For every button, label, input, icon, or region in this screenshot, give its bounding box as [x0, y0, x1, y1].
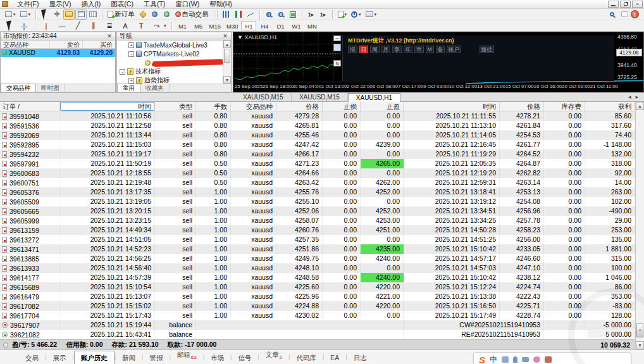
- timeframe-button-h4[interactable]: H4: [257, 21, 272, 30]
- column-header[interactable]: 止损: [323, 102, 361, 111]
- text-tool-button[interactable]: A: [118, 21, 133, 31]
- tile-windows-button[interactable]: [287, 9, 299, 20]
- history-row[interactable]: 396210822025.10.21 15:43:41balanceRE#202…: [0, 330, 635, 339]
- history-row[interactable]: 396059992025.10.21 13:23:15sell1.00xauus…: [0, 216, 635, 225]
- column-header[interactable]: 价格: [276, 102, 323, 111]
- overlay-button-币[interactable]: 币: [414, 46, 424, 53]
- timeframe-button-m15[interactable]: M15: [207, 21, 223, 30]
- market-watch-tab[interactable]: 即时图: [36, 84, 65, 92]
- new-chart-button[interactable]: ▾: [3, 9, 18, 20]
- overlay-button-综[interactable]: 综: [348, 46, 357, 53]
- overlay-button-月[interactable]: 月: [381, 46, 391, 53]
- candlestick-button[interactable]: [233, 9, 244, 20]
- chart-tab[interactable]: XAUUSD,H1: [348, 93, 400, 103]
- close-icon[interactable]: ✕: [222, 33, 228, 39]
- terminal-tab-邮箱[interactable]: 邮箱63: [171, 348, 203, 364]
- pointer-tool-button[interactable]: [4, 21, 16, 31]
- history-row[interactable]: 395928952025.10.21 11:15:03sell0.80xauus…: [0, 140, 635, 149]
- navigator-tab[interactable]: 常用: [117, 84, 140, 92]
- periods-dropdown[interactable]: ▾: [349, 9, 363, 20]
- market-watch-tab[interactable]: 交易品种: [1, 84, 36, 92]
- trendline-button[interactable]: ╱: [70, 21, 85, 31]
- notification-badge[interactable]: 1: [631, 10, 639, 18]
- expand-icon[interactable]: +: [128, 42, 134, 48]
- history-row[interactable]: 396007512025.10.21 12:19:48sell0.50xauus…: [0, 178, 635, 187]
- scroll-down-icon[interactable]: ▼: [636, 341, 644, 349]
- navigator-tab[interactable]: 收藏夹: [140, 84, 170, 92]
- timeframe-button-w1[interactable]: W1: [288, 21, 304, 30]
- history-row[interactable]: 395915362025.10.21 11:12:58sell0.80xauus…: [0, 121, 635, 130]
- terminal-tab-日志[interactable]: 日志: [347, 351, 373, 364]
- column-header[interactable]: 时间: [60, 102, 155, 111]
- history-row[interactable]: 396055092025.10.21 13:19:05sell1.00xauus…: [0, 197, 635, 206]
- history-row[interactable]: 395910482025.10.21 11:10:56sell0.80xauus…: [0, 111, 635, 121]
- menu-item[interactable]: 图表(C): [106, 0, 139, 8]
- history-row[interactable]: 396006832025.10.21 12:18:55sell0.50xauus…: [0, 168, 635, 178]
- overlay-button-M[interactable]: M: [426, 46, 434, 53]
- column-header[interactable]: 订单 /: [0, 102, 60, 111]
- panel-settings-icon[interactable]: [333, 44, 341, 51]
- timeframe-button-mn[interactable]: MN: [304, 21, 319, 30]
- label-tool-button[interactable]: T: [133, 21, 149, 31]
- column-header[interactable]: 库存费: [544, 102, 585, 111]
- history-row[interactable]: 396177042025.10.21 15:17:43sell1.00xauus…: [0, 311, 635, 320]
- scroll-down-icon[interactable]: ▼: [223, 76, 231, 84]
- add-indicator-dropdown[interactable]: ▾: [336, 9, 349, 20]
- scroll-up-icon[interactable]: ▲: [636, 102, 644, 110]
- terminal-tab-交易[interactable]: 交易: [19, 351, 45, 364]
- scroll-up-icon[interactable]: ▲: [223, 41, 231, 48]
- overlay-button-账户[interactable]: 账户: [447, 46, 461, 53]
- minimize-button[interactable]: [608, 1, 619, 8]
- market-watch-row[interactable]: XAUUSD4129.034129.20: [1, 49, 115, 57]
- column-header[interactable]: 价格: [500, 102, 544, 111]
- navigator-item[interactable]: -f技术指标: [117, 67, 223, 76]
- expand-icon[interactable]: +: [128, 78, 134, 84]
- history-row[interactable]: 396132722025.10.21 14:51:05sell1.00xauus…: [0, 235, 635, 244]
- history-row[interactable]: 395920692025.10.21 11:13:44sell0.80xauus…: [0, 130, 635, 140]
- indicator-list-button[interactable]: [137, 9, 149, 20]
- menu-item[interactable]: 插入(I): [76, 0, 106, 8]
- menu-item[interactable]: 文件(F): [12, 0, 44, 8]
- auto-scroll-button[interactable]: [75, 9, 87, 20]
- menu-item[interactable]: 工具(T): [139, 0, 170, 8]
- history-row[interactable]: 396056652025.10.21 13:20:15sell1.00xauus…: [0, 206, 635, 216]
- navigator-scrollbar[interactable]: ▲ ▼: [223, 41, 231, 84]
- chart-tab[interactable]: XAUUSD,M15: [292, 93, 348, 103]
- history-table-header[interactable]: 订单 /时间类型手数交易品种价格止损止盈时间价格库存费获利: [0, 102, 635, 111]
- column-header[interactable]: 获利: [585, 102, 635, 111]
- ime-toolbox-icon[interactable]: [545, 356, 552, 363]
- horizontal-line-button[interactable]: —: [54, 21, 70, 31]
- terminal-tab-代码库[interactable]: 代码库: [290, 351, 323, 364]
- zoom-in-button[interactable]: +: [263, 9, 275, 20]
- menu-item[interactable]: 显示(V): [44, 0, 76, 8]
- navigator-item[interactable]: +TradeMaxGlobal-Live3: [117, 41, 223, 49]
- search-button[interactable]: [607, 9, 619, 20]
- history-row[interactable]: 396179072025.10.21 15:19:44balanceCW#202…: [0, 320, 635, 330]
- chart-shift-button[interactable]: [63, 9, 75, 20]
- history-row[interactable]: 396138852025.10.21 14:56:25sell1.00xauus…: [0, 254, 635, 263]
- overlay-button-日[interactable]: 日: [359, 46, 369, 53]
- overlay-button-季[interactable]: 季: [392, 46, 402, 53]
- timeframe-button-m5[interactable]: M5: [191, 21, 206, 30]
- chart-window[interactable]: ▼ XAUUSD,H1 ─ N MTDriver统计 ,V3.12 (http:…: [233, 32, 644, 92]
- expand-icon[interactable]: -: [128, 51, 134, 57]
- history-row[interactable]: 396139332025.10.21 14:56:40sell1.00xauus…: [0, 263, 635, 273]
- overlay-button-备[interactable]: 备: [436, 46, 445, 53]
- panel-n-button[interactable]: N: [333, 60, 341, 66]
- timeframe-button-m1[interactable]: M1: [175, 21, 190, 30]
- overlay-button-路径[interactable]: 路径: [480, 46, 494, 53]
- ime-toolbar[interactable]: S 中: [473, 352, 631, 364]
- menu-item[interactable]: 窗口(W): [170, 0, 204, 8]
- tab-scroll-arrows[interactable]: ◄►: [627, 94, 642, 100]
- column-header[interactable]: 止盈: [361, 102, 404, 111]
- history-row[interactable]: 396164792025.10.21 15:13:07sell1.00xauus…: [0, 292, 635, 301]
- column-header[interactable]: 时间: [404, 102, 500, 111]
- restore-button[interactable]: [620, 1, 631, 8]
- fibonacci-button[interactable]: ≣: [102, 21, 117, 31]
- ime-skin-icon[interactable]: [533, 356, 540, 363]
- terminal-tab-市场[interactable]: 市场: [204, 351, 230, 364]
- history-row[interactable]: 396156892025.10.21 15:10:54sell1.00xauus…: [0, 282, 635, 292]
- expand-icon[interactable]: -: [120, 69, 125, 75]
- column-header[interactable]: 交易品种: [231, 102, 276, 111]
- history-row[interactable]: 395979912025.10.21 11:50:19sell0.50xauus…: [0, 159, 635, 168]
